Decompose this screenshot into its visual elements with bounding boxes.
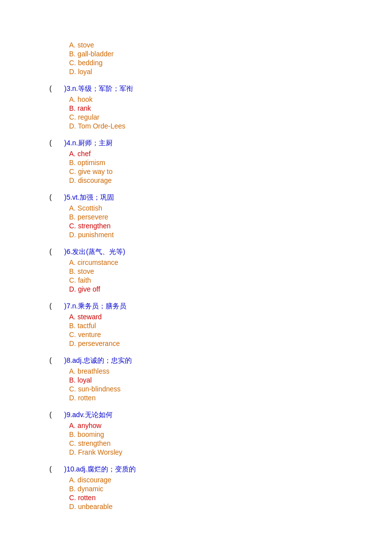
- option-c-7: C. venture: [69, 331, 101, 339]
- list-item: B. rank: [69, 104, 343, 112]
- option-a-3: A. hook: [69, 95, 92, 103]
- option-c-9: C. strengthen: [69, 439, 111, 447]
- list-item: A. stove: [69, 41, 343, 49]
- question-text-8: )8.adj.忠诚的；忠实的: [64, 356, 132, 365]
- option-label: C. bedding: [69, 59, 103, 67]
- option-d-3: D. Tom Orde-Lees: [69, 122, 125, 130]
- list-item: D. discourage: [69, 176, 343, 184]
- option-a-7: A. steward: [69, 313, 102, 321]
- question-header-6: ( )6.发出(蒸气、光等): [49, 248, 343, 256]
- list-item: B. optimism: [69, 159, 343, 167]
- question-bracket-3: (: [49, 85, 64, 92]
- question-header-3: ( )3.n.等级；军阶；军衔: [49, 85, 343, 93]
- list-item: A. discourage: [69, 476, 343, 484]
- list-item: C. faith: [69, 276, 343, 284]
- option-d-7: D. perseverance: [69, 340, 120, 347]
- list-item: C. strengthen: [69, 222, 343, 230]
- option-a-4: A. chef: [69, 150, 91, 158]
- question-text-6: )6.发出(蒸气、光等): [64, 248, 125, 256]
- option-a-8: A. breathless: [69, 367, 110, 375]
- option-d-8: D. rotten: [69, 394, 96, 402]
- question-header-7: ( )7.n.乘务员；膳务员: [49, 302, 343, 311]
- list-item: C. sun-blindness: [69, 385, 343, 393]
- list-item: C. bedding: [69, 59, 343, 67]
- question-text-5: )5.vt.加强；巩固: [64, 193, 114, 202]
- question-header-10: ( )10.adj.腐烂的；变质的: [49, 465, 343, 474]
- option-b-4: B. optimism: [69, 159, 105, 167]
- option-b-3: B. rank: [69, 104, 91, 112]
- options-list-7: A. steward B. tactful C. venture D. pers…: [49, 313, 343, 347]
- list-item: A. circumstance: [69, 258, 343, 266]
- question-text-4: )4.n.厨师；主厨: [64, 139, 113, 148]
- list-item: A. chef: [69, 150, 343, 158]
- list-item: C. venture: [69, 331, 343, 339]
- options-list-4: A. chef B. optimism C. give way to D. di…: [49, 150, 343, 184]
- option-c-5: C. strengthen: [69, 222, 111, 230]
- question-bracket-7: (: [49, 302, 64, 310]
- option-b-5: B. persevere: [69, 213, 108, 221]
- list-item: A. anyhow: [69, 422, 343, 429]
- option-b-10: B. dynamic: [69, 485, 103, 493]
- options-list-5: A. Scottish B. persevere C. strengthen D…: [49, 204, 343, 239]
- question-block-7: ( )7.n.乘务员；膳务员 A. steward B. tactful C. …: [49, 302, 343, 347]
- option-label: A. stove: [69, 41, 94, 49]
- list-item: B. loyal: [69, 376, 343, 384]
- list-item: A. hook: [69, 95, 343, 103]
- question-text-10: )10.adj.腐烂的；变质的: [64, 465, 136, 474]
- list-item: C. give way to: [69, 168, 343, 175]
- option-c-4: C. give way to: [69, 168, 113, 175]
- list-item: B. dynamic: [69, 485, 343, 493]
- list-item: D. give off: [69, 285, 343, 293]
- option-c-6: C. faith: [69, 276, 91, 284]
- list-item: B. tactful: [69, 322, 343, 330]
- list-item: B. stove: [69, 267, 343, 275]
- list-item: C. strengthen: [69, 439, 343, 447]
- quiz-container: A. stove B. gall-bladder C. bedding D. l…: [0, 10, 392, 549]
- list-item: B. gall-bladder: [69, 50, 343, 58]
- question-bracket-8: (: [49, 356, 64, 364]
- options-list-8: A. breathless B. loyal C. sun-blindness …: [49, 367, 343, 402]
- question-block-10: ( )10.adj.腐烂的；变质的 A. discourage B. dynam…: [49, 465, 343, 511]
- list-item: B. booming: [69, 430, 343, 438]
- option-a-10: A. discourage: [69, 476, 112, 484]
- list-item: D. punishment: [69, 231, 343, 239]
- question-bracket-9: (: [49, 411, 64, 419]
- list-item: A. breathless: [69, 367, 343, 375]
- list-item: D. loyal: [69, 68, 343, 76]
- option-b-6: B. stove: [69, 267, 94, 275]
- option-d-10: D. unbearable: [69, 503, 113, 511]
- option-d-5: D. punishment: [69, 231, 114, 239]
- list-item: C. regular: [69, 113, 343, 121]
- options-list-10: A. discourage B. dynamic C. rotten D. un…: [49, 476, 343, 511]
- options-list-partial: A. stove B. gall-bladder C. bedding D. l…: [49, 41, 343, 76]
- question-bracket-6: (: [49, 248, 64, 256]
- options-list-9: A. anyhow B. booming C. strengthen D. Fr…: [49, 422, 343, 456]
- list-item: D. Tom Orde-Lees: [69, 122, 343, 130]
- question-bracket-4: (: [49, 139, 64, 147]
- question-block-9: ( )9.adv.无论如何 A. anyhow B. booming C. st…: [49, 411, 343, 456]
- list-item: D. perseverance: [69, 340, 343, 347]
- option-label: B. gall-bladder: [69, 50, 114, 58]
- option-a-9: A. anyhow: [69, 422, 101, 429]
- question-text-9: )9.adv.无论如何: [64, 411, 113, 420]
- list-item: A. Scottish: [69, 204, 343, 212]
- question-block-3: ( )3.n.等级；军阶；军衔 A. hook B. rank C. regul…: [49, 85, 343, 130]
- option-d-6: D. give off: [69, 285, 100, 293]
- option-b-7: B. tactful: [69, 322, 96, 330]
- options-list-6: A. circumstance B. stove C. faith D. giv…: [49, 258, 343, 293]
- options-list-3: A. hook B. rank C. regular D. Tom Orde-L…: [49, 95, 343, 130]
- list-item: B. persevere: [69, 213, 343, 221]
- option-d-9: D. Frank Worsley: [69, 448, 122, 456]
- question-bracket-5: (: [49, 193, 64, 201]
- option-c-3: C. regular: [69, 113, 99, 121]
- question-block-8: ( )8.adj.忠诚的；忠实的 A. breathless B. loyal …: [49, 356, 343, 402]
- question-header-4: ( )4.n.厨师；主厨: [49, 139, 343, 148]
- question-header-5: ( )5.vt.加强；巩固: [49, 193, 343, 202]
- question-block-partial: A. stove B. gall-bladder C. bedding D. l…: [49, 41, 343, 76]
- question-text-7: )7.n.乘务员；膳务员: [64, 302, 126, 311]
- list-item: A. steward: [69, 313, 343, 321]
- option-b-8: B. loyal: [69, 376, 92, 384]
- question-text-3: )3.n.等级；军阶；军衔: [64, 85, 133, 93]
- question-block-4: ( )4.n.厨师；主厨 A. chef B. optimism C. give…: [49, 139, 343, 184]
- option-a-5: A. Scottish: [69, 204, 102, 212]
